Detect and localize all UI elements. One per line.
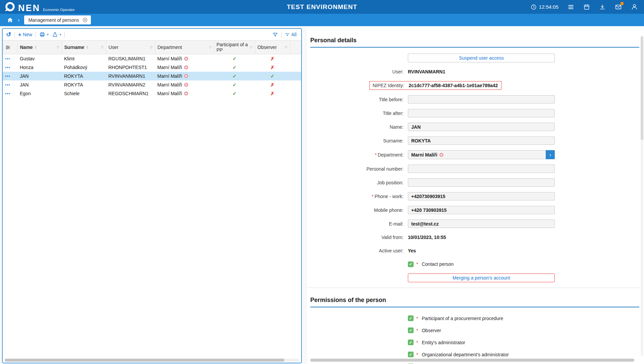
department-lookup-button[interactable]: › xyxy=(546,150,555,159)
refresh-icon: ↺ xyxy=(6,32,11,38)
checkbox-checked-icon[interactable]: ✓ xyxy=(408,340,414,345)
field-row-mobile-phone: Mobile phone: xyxy=(310,206,639,214)
table-row[interactable]: ••• Honza Pohádkový RHONPOHTEST1 Marní M… xyxy=(3,63,301,72)
permission-label: Organizational department's administrato… xyxy=(422,352,508,357)
department-icon xyxy=(184,74,188,78)
cross-icon: ✗ xyxy=(270,91,274,96)
column-header-user[interactable]: User ▽ xyxy=(106,41,155,54)
valid-from-value: 10/01/2023, 10:55 xyxy=(408,235,446,240)
active-user-value: Yes xyxy=(408,248,416,253)
department-field[interactable]: Marní Malíři › xyxy=(408,150,555,159)
home-button[interactable] xyxy=(7,17,13,23)
email-input[interactable] xyxy=(408,220,555,228)
field-label: E-mail: xyxy=(310,221,404,227)
breadcrumb: › Management of persons xyxy=(0,14,644,26)
personal-details-form: Suspend user access User: RVINVANMARN1 N… xyxy=(310,54,639,282)
column-header-surname[interactable]: Surname ↑ ▽ xyxy=(62,41,106,54)
sort-asc-icon: ↑ xyxy=(86,45,88,50)
mobile-phone-input[interactable] xyxy=(408,206,555,214)
field-label: Surname: xyxy=(310,138,404,143)
permission-item: ✓ * Observer xyxy=(408,327,639,333)
plus-icon: + xyxy=(18,32,21,38)
column-filter-icon[interactable]: ▽ xyxy=(57,46,59,49)
field-label: Personal number: xyxy=(310,166,404,172)
column-header-observer[interactable]: Observer ▽ xyxy=(255,41,290,54)
horizontal-scrollbar[interactable] xyxy=(5,359,299,362)
download-button[interactable] xyxy=(599,4,606,10)
table-row[interactable]: ••• Egon Schiele REGOSCHMARN1 Marní Malí… xyxy=(3,89,301,98)
brand-subtitle: Economic Operator xyxy=(43,8,75,12)
title-after-input[interactable] xyxy=(408,109,555,117)
field-row-surname: Surname: xyxy=(310,136,639,145)
merge-account-button[interactable]: Merging a person's account xyxy=(408,274,555,282)
new-person-button[interactable]: + New xyxy=(18,32,32,38)
surname-input[interactable] xyxy=(408,136,555,145)
row-menu-icon[interactable]: ••• xyxy=(5,65,10,70)
home-icon xyxy=(7,17,13,23)
checkbox-checked-icon[interactable]: ✓ xyxy=(408,261,414,267)
field-row-active-user: Active user: Yes xyxy=(310,247,639,255)
menu-button[interactable] xyxy=(568,4,574,10)
name-input[interactable] xyxy=(408,123,555,131)
checkbox-checked-icon[interactable]: ✓ xyxy=(408,352,414,357)
field-row-valid-from: Valid from: 10/01/2023, 10:55 xyxy=(310,233,639,241)
grid-toolbar: ↺ + New ▾ ▾ xyxy=(3,29,301,40)
column-filter-icon[interactable]: ▽ xyxy=(150,46,153,49)
row-menu-icon[interactable]: ••• xyxy=(5,83,10,87)
suspend-row: Suspend user access xyxy=(310,54,639,62)
suspend-user-access-button[interactable]: Suspend user access xyxy=(408,54,555,62)
funnel-icon xyxy=(272,32,278,38)
title-before-input[interactable] xyxy=(408,95,555,104)
job-position-input[interactable] xyxy=(408,178,555,187)
clock-time: 12:54:05 xyxy=(539,4,558,10)
persons-table: Name ↑ ▽ Surname ↑ ▽ User ▽ xyxy=(3,40,301,98)
check-icon: ✓ xyxy=(232,56,236,61)
row-menu-icon[interactable]: ••• xyxy=(5,74,10,79)
print-button[interactable]: ▾ xyxy=(39,32,49,38)
messages-button[interactable] xyxy=(615,3,622,10)
column-filter-icon[interactable]: ▽ xyxy=(209,46,212,49)
required-mark: * xyxy=(416,328,418,333)
profile-button[interactable] xyxy=(631,3,638,10)
row-menu-icon[interactable]: ••• xyxy=(5,57,10,61)
table-row-selected[interactable]: ••• JAN ROKYTA RVINVANMARN1 Marní Malíři… xyxy=(3,72,301,80)
column-filter-icon[interactable]: ▽ xyxy=(250,46,253,49)
field-row-title-after: Title after: xyxy=(310,109,639,117)
required-mark: * xyxy=(416,261,418,267)
department-icon xyxy=(184,57,188,61)
section-title-permissions: Permissions of the person xyxy=(310,297,639,304)
department-icon xyxy=(439,153,443,157)
column-chooser[interactable] xyxy=(3,41,17,54)
phone-work-input[interactable] xyxy=(408,192,555,200)
personal-number-input[interactable] xyxy=(408,165,555,173)
funnel-small-icon xyxy=(285,33,289,37)
column-filter-icon[interactable]: ▽ xyxy=(101,46,104,49)
export-button[interactable]: ▾ xyxy=(52,32,61,38)
refresh-button[interactable]: ↺ xyxy=(6,32,11,38)
personal-details-panel: Personal details Suspend user access Use… xyxy=(306,28,644,364)
tab-close-button[interactable] xyxy=(82,17,88,23)
column-header-participant[interactable]: Participant of a PP ▽ xyxy=(214,41,255,54)
column-filter-icon[interactable]: ▽ xyxy=(285,46,287,49)
row-menu-icon[interactable]: ••• xyxy=(5,92,10,96)
checkbox-checked-icon[interactable]: ✓ xyxy=(408,315,414,321)
column-header-name[interactable]: Name ↑ ▽ xyxy=(17,41,62,54)
nipez-highlight-box: NIPEZ Identity: 2c1dc777-af58-4387-a4b1-… xyxy=(369,81,501,90)
table-row[interactable]: ••• JAN ROKYTA RVINVANMARN2 Marní Malíři… xyxy=(3,80,301,89)
table-row[interactable]: ••• Gustav Klimt RGUSKLIMARN1 Marní Malí… xyxy=(3,54,301,63)
cross-icon: ✗ xyxy=(270,82,274,87)
filter-button[interactable] xyxy=(272,32,278,38)
scrollbar-thumb[interactable] xyxy=(5,359,284,362)
horizontal-scrollbar[interactable] xyxy=(310,359,634,362)
tab-management-of-persons[interactable]: Management of persons xyxy=(24,15,91,24)
filter-preset-dropdown[interactable]: All xyxy=(285,32,297,37)
checkbox-checked-icon[interactable]: ✓ xyxy=(408,327,414,333)
field-row-nipez: NIPEZ Identity: 2c1dc777-af58-4387-a4b1-… xyxy=(310,81,639,90)
notification-badge xyxy=(621,2,624,5)
breadcrumb-separator-icon: › xyxy=(18,17,20,23)
column-header-department[interactable]: Department ▽ xyxy=(155,41,214,54)
vertical-scrollbar[interactable] xyxy=(641,36,643,356)
dropdown-arrow-icon: ▾ xyxy=(47,33,49,36)
calendar-button[interactable] xyxy=(583,4,590,10)
scrollbar-thumb[interactable] xyxy=(641,36,643,140)
